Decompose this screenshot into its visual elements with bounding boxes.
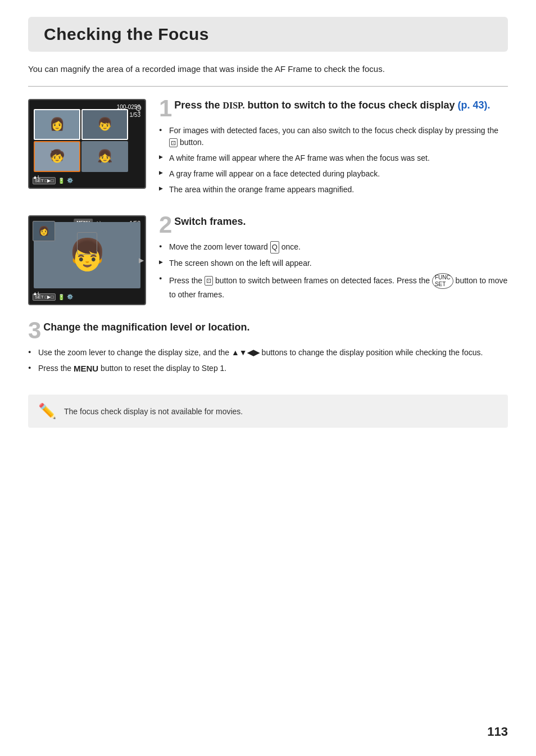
quality-indicator-2: ▲L (33, 291, 40, 296)
note-pencil-icon: ✏️ (38, 402, 56, 420)
step-2-heading-wrapper: Switch frames. (174, 215, 246, 228)
page-number: 113 (487, 725, 508, 739)
photo-grid-1: 👩 👦 🧒 👧 (34, 109, 128, 172)
photo-cell-4: 👧 (81, 141, 128, 172)
step-1-heading: Press the DISP. button to switch to the … (174, 99, 490, 111)
note-text: The focus check display is not available… (64, 407, 243, 416)
func-set-icon: FUNCSET (432, 273, 453, 289)
menu-text-step3: MENU (74, 364, 98, 373)
step-3-heading-wrapper: Change the magnification level or locati… (43, 321, 249, 334)
step-3-bullet-1: Use the zoom lever to change the display… (28, 347, 508, 359)
step-1-link: (p. 43). (457, 99, 490, 111)
step-3-bullets: Use the zoom lever to change the display… (28, 347, 508, 375)
disp-icon: DISP. (222, 100, 244, 110)
q-icon: Q (135, 103, 142, 112)
face-4: 👧 (81, 141, 128, 172)
face-button-icon-2: ⊡ (205, 276, 213, 285)
small-thumb: 👩 (33, 221, 55, 241)
mode-icon: ⚙️ (67, 178, 73, 183)
zoom-q-icon: Q (270, 241, 279, 253)
step-1-number: 1 (159, 97, 172, 120)
photo-cell-3: 🧒 (34, 141, 80, 172)
photo-cell-1: 👩 (34, 109, 80, 140)
step-1-row: 100-0256 1/53 Q 👩 👦 🧒 👧 (28, 99, 508, 200)
step-2-bullet-1: Move the zoom lever toward Q once. (159, 241, 508, 253)
step-3-row: 3 Change the magnification level or loca… (28, 321, 508, 379)
thumb-face: 👩 (38, 225, 49, 236)
step-2-number: 2 (159, 213, 172, 237)
note-box: ✏️ The focus check display is not availa… (28, 395, 508, 428)
page-container: Checking the Focus You can magnify the a… (0, 0, 536, 450)
title-box: Checking the Focus (28, 17, 508, 52)
face-3: 🧒 (35, 142, 79, 171)
intro-text: You can magnify the area of a recorded i… (28, 63, 508, 76)
step-2-bullet-3: Press the ⊡ button to switch between fra… (159, 273, 508, 301)
step-1-bullet-2: A white frame will appear where the AF f… (159, 152, 508, 164)
mode-icon-2: ⚙️ (67, 294, 73, 300)
step-1-bullet-1: For images with detected faces, you can … (159, 125, 508, 148)
step-1-content: 1 Press the DISP. button to switch to th… (159, 99, 508, 200)
step-2-camera-screen: 1/53 MENU ↩ 👦 👩 SET □▶□ 🔋 (28, 215, 146, 305)
step-1-heading-wrapper: Press the DISP. button to switch to the … (174, 99, 490, 112)
face-button-icon-1: ⊡ (169, 138, 178, 147)
battery-icon-1: 🔋 (58, 178, 65, 184)
step-2-heading: Switch frames. (174, 216, 246, 227)
step-3-content: 3 Change the magnification level or loca… (28, 321, 508, 379)
face-1: 👩 (35, 110, 79, 139)
step-2-bullet-2: The screen shown on the left will appear… (159, 257, 508, 269)
step-2-row: 1/53 MENU ↩ 👦 👩 SET □▶□ 🔋 (28, 215, 508, 305)
step-2-content: 2 Switch frames. Move the zoom lever tow… (159, 215, 508, 305)
face-outline-box (77, 232, 97, 255)
step-3-heading: Change the magnification level or locati… (43, 322, 249, 333)
battery-icon-2: 🔋 (58, 294, 65, 300)
step-2-image-col: 1/53 MENU ↩ 👦 👩 SET □▶□ 🔋 (28, 215, 149, 305)
right-arrow: ▶ (139, 256, 144, 264)
step-3-bullet-2: Press the MENU button to reset the displ… (28, 363, 508, 375)
step-1-bullets: For images with detected faces, you can … (159, 125, 508, 196)
step-1-bullet-4: The area within the orange frame appears… (159, 184, 508, 196)
quality-indicator: ▲L (33, 174, 40, 180)
step-1-image-col: 100-0256 1/53 Q 👩 👦 🧒 👧 (28, 99, 149, 189)
step-1-camera-screen: 100-0256 1/53 Q 👩 👦 🧒 👧 (28, 99, 146, 189)
section-divider (28, 86, 508, 87)
face-2: 👦 (83, 110, 127, 139)
step-3-number: 3 (28, 319, 41, 342)
step-2-bullets: Move the zoom lever toward Q once. The s… (159, 241, 508, 301)
photo-cell-2: 👦 (81, 109, 128, 140)
step-1-bullet-3: A gray frame will appear on a face detec… (159, 168, 508, 180)
page-title: Checking the Focus (44, 25, 492, 44)
